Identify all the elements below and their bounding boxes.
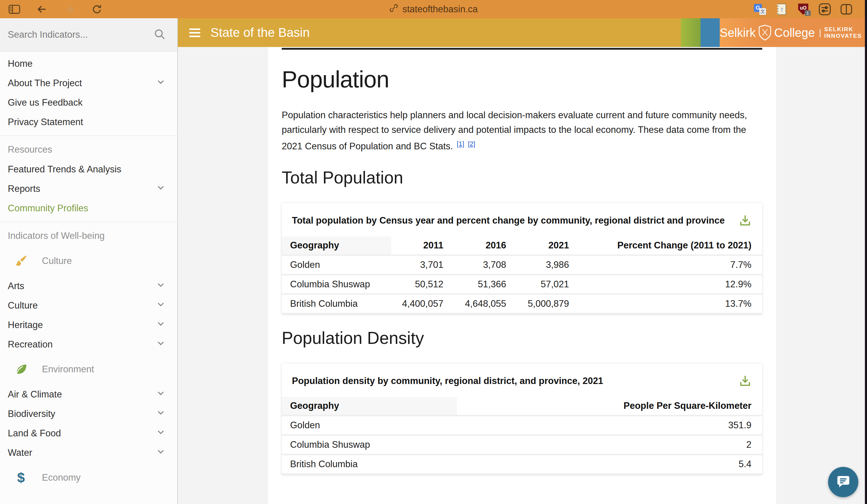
search-input[interactable]: [8, 29, 153, 40]
sidebar-label-resources: Resources: [0, 140, 177, 160]
sidebar-item-community-profiles[interactable]: Community Profiles: [0, 199, 177, 218]
sidebar-category-environment: Environment: [0, 354, 177, 385]
section-heading-population-density: Population Density: [282, 328, 762, 348]
download-icon[interactable]: [738, 214, 752, 227]
link-icon: [389, 3, 398, 15]
column-header: 2011: [391, 236, 454, 255]
column-header: 2021: [517, 236, 580, 255]
chat-icon: [836, 474, 851, 491]
site-title: State of the Basin: [211, 25, 310, 40]
column-header: 2016: [454, 236, 517, 255]
sidebar: Home About The Project Give us Feedback …: [0, 18, 178, 504]
content-top-rule: [282, 48, 762, 50]
sidebar-label-indicators: Indicators of Well-being: [0, 226, 177, 246]
extensions-settings-icon[interactable]: [818, 3, 832, 16]
site-header: State of the Basin Selkirk College | SEL…: [178, 18, 867, 47]
sidebar-item-heritage[interactable]: Heritage: [0, 315, 177, 335]
sidebar-item-recreation[interactable]: Recreation: [0, 335, 177, 354]
paintbrush-icon: [13, 254, 29, 268]
content-column: Population Population characteristics he…: [268, 47, 776, 504]
population-density-table: Geography People Per Square-Kilometer Go…: [282, 397, 762, 475]
download-icon[interactable]: [738, 374, 752, 388]
footnote-link-2[interactable]: [2]: [468, 140, 475, 148]
sidebar-item-biodiversity[interactable]: Biodiversity: [0, 404, 177, 423]
chevron-down-icon: [156, 447, 166, 459]
sidebar-item-featured-trends[interactable]: Featured Trends & Analysis: [0, 160, 177, 179]
translate-extension-icon[interactable]: G 文: [753, 3, 767, 16]
sidebar-divider: [0, 222, 177, 222]
dollar-icon: $: [13, 470, 29, 486]
chevron-down-icon: [156, 339, 166, 350]
sidebar-item-water[interactable]: Water: [0, 443, 177, 462]
sidebar-item-privacy[interactable]: Privacy Statement: [0, 112, 177, 132]
sidebar-item-reports[interactable]: Reports: [0, 179, 177, 199]
address-url: stateofthebasin.ca: [403, 4, 478, 15]
sidebar-item-about[interactable]: About The Project: [0, 73, 177, 93]
table-row: British Columbia 4,400,057 4,648,055 5,0…: [282, 294, 762, 314]
browser-toolbar: stateofthebasin.ca G 文 ↑ uO 1: [0, 0, 867, 18]
window-edge: [865, 0, 867, 504]
shield-icon: [758, 24, 772, 41]
column-header: Geography: [282, 236, 391, 255]
section-heading-total-population: Total Population: [282, 168, 762, 187]
reload-button-icon[interactable]: [90, 3, 104, 15]
menu-icon[interactable]: [189, 29, 200, 37]
chevron-down-icon: [156, 300, 166, 311]
sidebar-item-air-climate[interactable]: Air & Climate: [0, 385, 177, 404]
chevron-down-icon: [156, 280, 166, 292]
population-density-card: Population density by community, regiona…: [282, 363, 762, 475]
reading-list-extension-icon[interactable]: ↑: [775, 3, 789, 16]
page-title: Population: [282, 66, 762, 93]
intro-paragraph: Population characteristics help planners…: [282, 108, 762, 154]
sidebar-item-culture[interactable]: Culture: [0, 296, 177, 315]
sidebar-category-economy: $ Economy: [0, 462, 177, 493]
column-header: Percent Change (2011 to 2021): [580, 236, 762, 255]
address-bar[interactable]: stateofthebasin.ca: [389, 0, 478, 18]
header-green-stripe: [681, 18, 700, 47]
chevron-down-icon: [156, 389, 166, 400]
column-header: Geography: [282, 397, 457, 416]
selkirk-college-logo[interactable]: Selkirk College | SELKIRK INNOVATES: [720, 18, 867, 47]
table-row: Columbia Shuswap 2: [282, 435, 762, 454]
sidebar-item-arts[interactable]: Arts: [0, 276, 177, 296]
ublock-extension-icon[interactable]: uO 1: [796, 3, 810, 16]
table-header-row: Geography 2011 2016 2021 Percent Change …: [282, 236, 762, 255]
table-row: British Columbia 5.4: [282, 454, 762, 474]
sidebar-divider: [0, 136, 177, 136]
sidebar-category-culture: Culture: [0, 246, 177, 276]
table-title: Population density by community, regiona…: [292, 376, 603, 386]
table-row: Golden 3,701 3,708 3,986 7.7%: [282, 255, 762, 275]
chevron-down-icon: [156, 77, 166, 89]
chevron-down-icon: [156, 183, 166, 194]
table-title: Total population by Census year and perc…: [292, 215, 725, 226]
table-header-row: Geography People Per Square-Kilometer: [282, 397, 762, 416]
forward-button-icon[interactable]: [63, 3, 76, 15]
sidebar-item-land-food[interactable]: Land & Food: [0, 423, 177, 443]
ublock-badge: 1: [805, 10, 811, 16]
chevron-down-icon: [156, 428, 166, 439]
chat-button[interactable]: [828, 467, 858, 497]
search-icon[interactable]: [153, 28, 166, 42]
column-header: People Per Square-Kilometer: [457, 397, 762, 416]
total-population-card: Total population by Census year and perc…: [282, 203, 762, 314]
table-row: Golden 351.9: [282, 416, 762, 435]
total-population-table: Geography 2011 2016 2021 Percent Change …: [282, 236, 762, 314]
header-blue-stripe: [700, 18, 720, 47]
chevron-down-icon: [156, 408, 166, 420]
back-button-icon[interactable]: [35, 3, 49, 15]
chevron-down-icon: [156, 319, 166, 331]
page-background: Population Population characteristics he…: [178, 47, 867, 504]
split-view-icon[interactable]: [839, 3, 853, 16]
search-box[interactable]: [0, 18, 177, 52]
table-row: Columbia Shuswap 50,512 51,366 57,021 12…: [282, 275, 762, 294]
leaf-icon: [13, 362, 29, 376]
sidebar-toggle-icon[interactable]: [8, 3, 21, 15]
sidebar-item-home[interactable]: Home: [0, 54, 177, 73]
sidebar-item-feedback[interactable]: Give us Feedback: [0, 93, 177, 112]
footnote-link-1[interactable]: [1]: [457, 140, 464, 148]
